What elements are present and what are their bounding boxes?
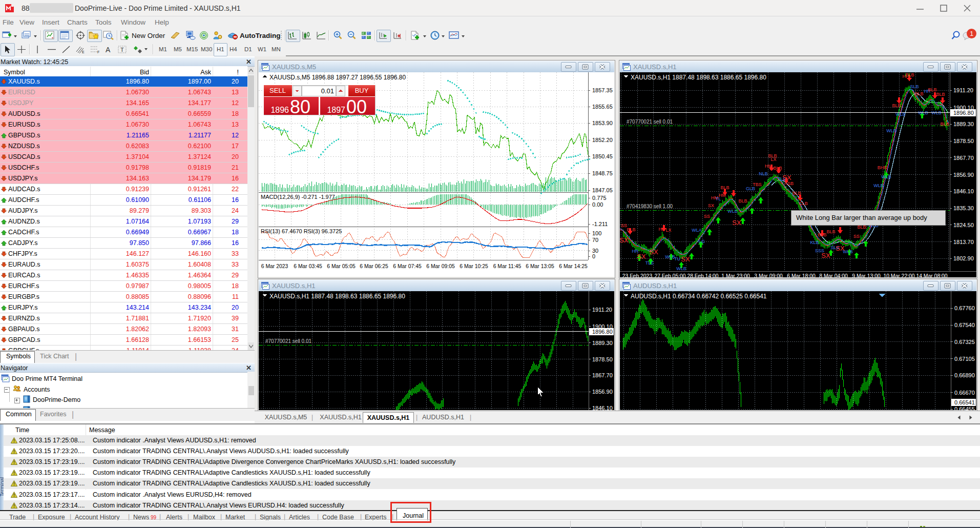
svg-text:0.67105: 0.67105 — [954, 356, 975, 362]
svg-text:#70770021 sell 0.01: #70770021 sell 0.01 — [265, 338, 312, 344]
svg-text:#70770021 sell 0.01: #70770021 sell 0.01 — [627, 119, 673, 125]
svg-text:6 Mar 11:45: 6 Mar 11:45 — [493, 263, 522, 269]
svg-text:SS: SS — [621, 223, 627, 228]
svg-text:1867.70: 1867.70 — [953, 155, 974, 161]
svg-text:27 Feb 05:00: 27 Feb 05:00 — [654, 273, 685, 277]
svg-text:1878.50: 1878.50 — [953, 138, 974, 144]
svg-text:3 Mar 09:00: 3 Mar 09:00 — [754, 273, 783, 277]
svg-text:6 Mar 13:05: 6 Mar 13:05 — [526, 263, 554, 269]
svg-text:WLB: WLB — [886, 128, 896, 133]
svg-text:AUDUSD.s,H1 0.66734 0.66742 0: AUDUSD.s,H1 0.66734 0.66742 0.66525 0.66… — [631, 293, 767, 300]
svg-text:BHB: BHB — [878, 165, 887, 170]
svg-text:1853.90: 1853.90 — [592, 120, 613, 126]
svg-text:0.67325: 0.67325 — [954, 339, 975, 345]
svg-text:6 Mar 05:05: 6 Mar 05:05 — [327, 263, 356, 269]
svg-text:1911.20: 1911.20 — [592, 307, 612, 313]
svg-text:RSI(13) 67.4670 RSI(3) 96.372: RSI(13) 67.4670 RSI(3) 96.3725 — [261, 228, 342, 234]
svg-text:WLB: WLB — [881, 174, 891, 179]
svg-text:BLB: BLB — [928, 87, 936, 92]
svg-text:BLB: BLB — [914, 91, 923, 96]
svg-text:BLB: BLB — [792, 191, 801, 196]
svg-text:0.01: 0.01 — [321, 87, 334, 95]
svg-text:1 Mar 23:00: 1 Mar 23:00 — [721, 273, 750, 277]
svg-text:1911.20: 1911.20 — [953, 87, 973, 93]
svg-text:14 Mar 08:00: 14 Mar 08:00 — [916, 273, 947, 277]
svg-text:1813.70: 1813.70 — [953, 239, 974, 245]
svg-text:10 Mar 22:00: 10 Mar 22:00 — [883, 273, 914, 277]
svg-text:0.66541: 0.66541 — [954, 399, 975, 405]
svg-text:1878.50: 1878.50 — [592, 356, 613, 362]
svg-text:BLB: BLB — [818, 232, 826, 237]
svg-text:6 Mar 09:05: 6 Mar 09:05 — [426, 263, 455, 269]
svg-text:1867.70: 1867.70 — [592, 372, 613, 378]
svg-text:ASB: ASB — [784, 181, 794, 186]
svg-text:23 Feb 2023: 23 Feb 2023 — [622, 273, 653, 277]
svg-text:1889.30: 1889.30 — [953, 121, 974, 127]
svg-text:1857.35: 1857.35 — [592, 87, 613, 93]
svg-text:9 Mar 13:00: 9 Mar 13:00 — [852, 273, 881, 277]
svg-text:CLB: CLB — [799, 201, 808, 206]
svg-text:SX: SX — [681, 255, 690, 263]
svg-text:1896: 1896 — [270, 106, 289, 114]
svg-text:1889.30: 1889.30 — [592, 340, 613, 346]
svg-text:BLB: BLB — [892, 103, 901, 108]
svg-text:KLB: KLB — [810, 240, 819, 245]
svg-text:MACD(12,26,9) -0.271 -1.977: MACD(12,26,9) -0.271 -1.977 — [261, 194, 335, 200]
svg-text:XAUUSD.s,M5 1896.88 1897.27 1: XAUUSD.s,M5 1896.88 1897.27 1896.55 1896… — [269, 74, 406, 81]
svg-text:SX: SX — [732, 219, 741, 227]
svg-text:00: 00 — [346, 96, 367, 117]
svg-text:SS: SS — [853, 234, 860, 239]
svg-text:1847.05: 1847.05 — [592, 187, 613, 193]
svg-text:SS: SS — [704, 214, 710, 219]
svg-text:1824.50: 1824.50 — [953, 222, 974, 228]
svg-text:1856.90: 1856.90 — [592, 389, 613, 395]
svg-text:TLS: TLS — [645, 260, 654, 266]
svg-text:BLB: BLB — [826, 229, 835, 234]
svg-text:WLB: WLB — [676, 266, 686, 271]
svg-text:WLB: WLB — [843, 249, 853, 254]
svg-text:SX: SX — [649, 248, 658, 256]
svg-text:BLB: BLB — [936, 92, 945, 97]
svg-text:0.00: 0.00 — [592, 201, 603, 208]
svg-text:1852.20: 1852.20 — [592, 137, 613, 143]
svg-text:0.67540: 0.67540 — [954, 322, 975, 328]
svg-text:0.66455: 0.66455 — [954, 406, 975, 410]
svg-text:6 Mar 14:25: 6 Mar 14:25 — [559, 263, 588, 269]
svg-text:80: 80 — [290, 96, 310, 117]
svg-text:NLB: NLB — [759, 171, 768, 176]
svg-text:WLA: WLA — [692, 228, 702, 233]
svg-text:White Long Bar larger than ave: White Long Bar larger than average up bo… — [796, 214, 927, 221]
svg-text:SELL: SELL — [269, 87, 286, 94]
svg-text:1846.10: 1846.10 — [953, 188, 974, 194]
svg-text:1850.45: 1850.45 — [592, 153, 613, 159]
svg-text:XAUUSD.s,H1 1887.48 1898.63 1: XAUUSD.s,H1 1887.48 1898.63 1886.65 1896… — [631, 74, 766, 81]
svg-text:BLB: BLB — [905, 72, 914, 77]
svg-text:6 Mar 03:45: 6 Mar 03:45 — [294, 263, 322, 269]
svg-text:0.66670: 0.66670 — [954, 390, 975, 396]
svg-text:LX: LX — [770, 157, 776, 162]
svg-text:SX: SX — [821, 252, 830, 259]
svg-text:1856.90: 1856.90 — [953, 172, 974, 178]
svg-text:1897: 1897 — [327, 106, 345, 114]
svg-text:1848.75: 1848.75 — [592, 170, 613, 176]
svg-text:BLB: BLB — [738, 198, 747, 204]
svg-text:BLB: BLB — [627, 227, 635, 232]
svg-text:70: 70 — [592, 237, 598, 243]
svg-text:HI: HI — [659, 227, 663, 232]
svg-text:1896.80: 1896.80 — [953, 110, 974, 116]
svg-text:TU: TU — [674, 256, 680, 261]
svg-text:LG: LG — [699, 239, 705, 244]
svg-text:WLB: WLB — [727, 209, 738, 214]
svg-text:E: E — [82, 50, 85, 54]
svg-text:HM: HM — [719, 193, 726, 198]
svg-text:0.67760: 0.67760 — [954, 305, 975, 311]
svg-text:1855.65: 1855.65 — [592, 104, 613, 110]
svg-text:-1.211: -1.211 — [592, 221, 608, 227]
svg-text:1835.30: 1835.30 — [953, 205, 974, 211]
svg-text:0.775: 0.775 — [592, 195, 607, 201]
svg-text:0.66890: 0.66890 — [954, 372, 975, 378]
svg-text:1802.90: 1802.90 — [953, 255, 974, 261]
svg-text:#70419830 sell 1.00: #70419830 sell 1.00 — [627, 204, 673, 209]
svg-text:0: 0 — [592, 253, 595, 259]
svg-text:HM: HM — [765, 164, 772, 169]
